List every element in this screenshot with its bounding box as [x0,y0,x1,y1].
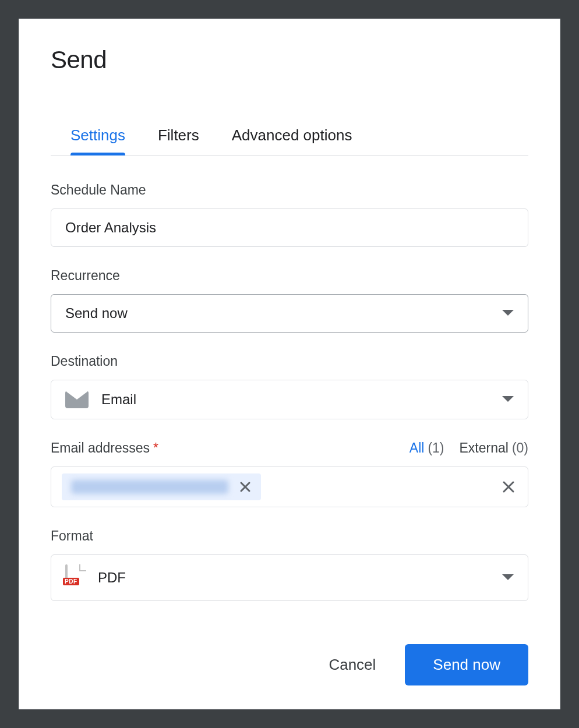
email-addresses-label-text: Email addresses [51,440,150,456]
tab-filters[interactable]: Filters [158,126,199,155]
destination-label: Destination [51,354,528,369]
schedule-name-field: Schedule Name [51,182,528,247]
email-addresses-field: Email addresses * All (1) External (0) [51,440,528,507]
counter-external-label: External [460,440,509,456]
destination-value: Email [101,391,136,408]
recurrence-field: Recurrence Send now [51,268,528,333]
format-select[interactable]: PDF PDF [51,554,528,601]
counter-all-count: (1) [428,440,444,456]
schedule-name-label: Schedule Name [51,182,528,198]
email-addresses-label: Email addresses * [51,440,158,456]
send-dialog: Send Settings Filters Advanced options S… [19,19,560,709]
caret-down-icon [502,310,514,317]
send-now-button[interactable]: Send now [405,644,528,685]
schedule-name-input[interactable] [51,208,528,247]
counter-external[interactable]: External (0) [460,440,529,456]
counter-all-label: All [409,440,425,456]
recurrence-label: Recurrence [51,268,528,284]
email-chip-text-redacted [71,480,228,494]
counter-external-count: (0) [512,440,528,456]
tab-settings[interactable]: Settings [70,126,125,155]
email-addresses-input[interactable] [51,467,528,507]
cancel-button[interactable]: Cancel [323,646,382,683]
format-label: Format [51,528,528,544]
destination-field: Destination Email [51,354,528,419]
caret-down-icon [502,574,514,581]
recurrence-select[interactable]: Send now [51,294,528,333]
destination-select[interactable]: Email [51,380,528,419]
email-counters: All (1) External (0) [409,440,528,456]
counter-all[interactable]: All (1) [409,440,444,456]
email-chip [62,473,261,500]
pdf-icon: PDF [65,566,85,590]
recurrence-value: Send now [65,305,128,321]
clear-field-icon[interactable] [500,478,517,496]
pdf-badge: PDF [63,578,79,585]
tab-advanced[interactable]: Advanced options [232,126,352,155]
dialog-tabs: Settings Filters Advanced options [51,126,528,156]
format-field: Format PDF PDF [51,528,528,601]
remove-chip-icon[interactable] [236,478,254,496]
format-value: PDF [98,570,126,586]
form-body: Schedule Name Recurrence Send now Destin… [51,156,528,685]
required-indicator: * [153,440,158,456]
dialog-title: Send [51,46,528,74]
dialog-actions: Cancel Send now [51,644,528,685]
caret-down-icon [502,396,514,403]
email-icon [65,391,89,408]
